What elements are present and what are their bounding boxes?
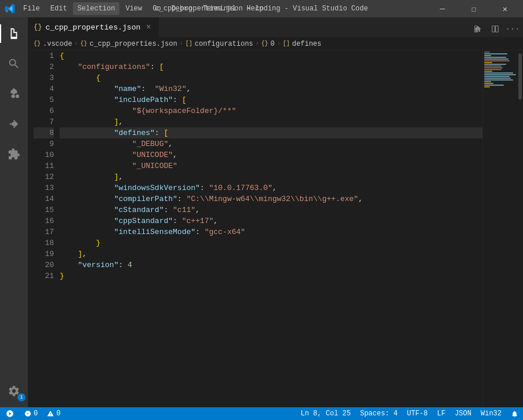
code-line-9[interactable]: "_DEBUG", [60,138,482,149]
menu-edit[interactable]: Edit [46,2,72,15]
explorer-icon[interactable] [0,20,28,48]
source-control-icon[interactable] [0,80,28,108]
warning-count: 0 [56,410,60,418]
title-bar: File Edit Selection View Go Debug Termin… [0,0,523,17]
breadcrumb-file[interactable]: c_cpp_properties.json [89,40,177,48]
breadcrumb-obj-icon: {} [262,41,268,47]
code-line-4[interactable]: "name": "Win32", [60,83,482,94]
more-actions-button[interactable]: ··· [504,21,521,37]
code-line-1[interactable]: { [60,50,482,61]
code-line-18[interactable]: } [60,238,482,249]
code-line-17[interactable]: "intelliSenseMode": "gcc-x64" [60,227,482,238]
window-title: c_cpp_properties.json - coding - Visual … [155,5,368,13]
cursor-position[interactable]: Ln 8, Col 25 [296,407,355,420]
error-count: 0 [34,410,38,418]
vertical-scrollbar[interactable] [517,50,523,407]
breadcrumb-configurations[interactable]: configurations [195,40,253,48]
close-button[interactable]: ✕ [492,0,518,17]
extensions-icon[interactable] [0,140,28,168]
encoding-indicator[interactable]: UTF-8 [402,407,433,420]
minimap-content [483,50,517,89]
editor-layout-button[interactable] [487,21,503,37]
language-indicator[interactable]: JSON [450,407,476,420]
code-line-10[interactable]: "UNICODE", [60,149,482,160]
code-line-19[interactable]: ], [60,249,482,260]
breadcrumb-sep-2: › [180,41,183,47]
line-ending-indicator[interactable]: LF [433,407,450,420]
platform-indicator[interactable]: Win32 [476,407,506,420]
activity-bar-bottom: 1 [0,377,28,405]
code-line-21[interactable]: } [60,271,482,282]
notification-bell[interactable] [506,407,523,420]
active-tab[interactable]: {} c_cpp_properties.json × [28,17,159,37]
spaces-indicator[interactable]: Spaces: 4 [355,407,402,420]
editor-content: 123456789101112131415161718192021 { "con… [28,50,523,407]
settings-badge: 1 [17,393,26,401]
code-line-14[interactable]: "compilerPath": "C:\\Mingw-w64\\mingw32\… [60,193,482,204]
search-icon[interactable] [0,50,28,78]
tab-file-icon: {} [34,23,42,31]
minimap [482,50,517,407]
vscode-logo-icon [5,3,15,14]
scrollbar-thumb[interactable] [518,53,522,100]
code-line-12[interactable]: ], [60,171,482,182]
breadcrumb: {} .vscode › {} c_cpp_properties.json › … [28,38,523,50]
svg-rect-3 [496,26,499,32]
menu-view[interactable]: View [121,2,147,15]
code-area[interactable]: { "configurations": [ { "name": "Win32",… [60,50,482,407]
settings-icon[interactable]: 1 [0,377,28,405]
editor-area: {} c_cpp_properties.json × ··· {} .vscod… [28,17,523,407]
code-line-2[interactable]: "configurations": [ [60,61,482,72]
remote-button[interactable] [0,407,20,420]
split-editor-button[interactable] [470,21,486,37]
code-line-15[interactable]: "cStandard": "c11", [60,204,482,216]
tab-bar: {} c_cpp_properties.json × ··· [28,17,523,38]
breadcrumb-file-icon: {} [80,41,87,47]
menu-file[interactable]: File [19,2,45,15]
status-left: ✕ 0 0 [0,407,65,420]
status-bar: ✕ 0 0 Ln 8, Col 25 Spaces: 4 UTF-8 LF JS… [0,407,523,420]
code-line-16[interactable]: "cppStandard": "c++17", [60,216,482,227]
tab-bar-actions: ··· [470,21,523,37]
code-line-6[interactable]: "${workspaceFolder}/**" [60,105,482,116]
debug-run-icon[interactable] [0,110,28,138]
tab-label: c_cpp_properties.json [45,23,140,32]
minimize-button[interactable]: — [429,0,456,17]
code-line-7[interactable]: ], [60,116,482,127]
breadcrumb-index[interactable]: 0 [271,40,275,48]
breadcrumb-defines[interactable]: defines [292,40,321,48]
breadcrumb-sep-1: › [74,41,78,47]
breadcrumb-arr-icon: [] [186,41,193,47]
code-line-8[interactable]: "defines": [ [60,127,482,138]
window-controls: — ☐ ✕ [429,0,518,17]
tab-close-button[interactable]: × [144,23,153,32]
breadcrumb-sep-3: › [256,41,259,47]
code-line-20[interactable]: "version": 4 [60,260,482,271]
breadcrumb-sep-4: › [277,41,281,47]
breadcrumb-vscode[interactable]: .vscode [43,40,72,48]
svg-text:✕: ✕ [27,412,29,416]
breadcrumb-def-icon: [] [283,41,290,47]
line-numbers: 123456789101112131415161718192021 [28,50,60,407]
main-layout: 1 {} c_cpp_properties.json × ··· [0,17,523,407]
activity-bar: 1 [0,17,28,407]
menu-selection[interactable]: Selection [73,2,120,15]
code-line-11[interactable]: "_UNICODE" [60,160,482,171]
status-right: Ln 8, Col 25 Spaces: 4 UTF-8 LF JSON Win… [296,407,523,420]
svg-point-0 [12,122,16,126]
warnings-button[interactable]: 0 [42,407,65,420]
errors-button[interactable]: ✕ 0 [20,407,42,420]
code-line-5[interactable]: "includePath": [ [60,94,482,105]
breadcrumb-vscode-icon: {} [34,41,41,47]
code-line-13[interactable]: "windowsSdkVersion": "10.0.17763.0", [60,182,482,193]
maximize-button[interactable]: ☐ [460,0,487,17]
svg-rect-2 [492,26,495,32]
code-line-3[interactable]: { [60,72,482,83]
